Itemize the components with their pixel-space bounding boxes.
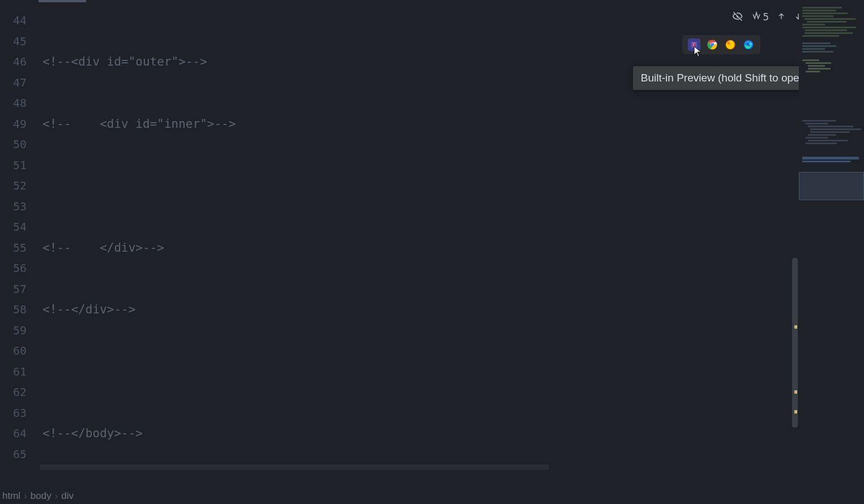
inspection-count[interactable]: 5	[751, 10, 769, 22]
builtin-preview-icon[interactable]	[688, 38, 700, 51]
chrome-icon[interactable]	[706, 38, 718, 51]
warning-marker[interactable]	[794, 325, 797, 329]
line-number: 55	[0, 238, 27, 259]
line-number: 53	[0, 196, 27, 217]
warning-marker[interactable]	[794, 410, 797, 413]
line-number: 63	[0, 403, 27, 424]
line-number: 60	[0, 341, 27, 361]
line-number: 56	[0, 258, 27, 279]
horizontal-scrollbar[interactable]	[40, 464, 549, 470]
line-number: 59	[0, 320, 27, 341]
line-number: 47	[0, 72, 27, 93]
eye-off-icon[interactable]	[732, 11, 743, 22]
comment: <!-- </div>-->	[42, 241, 164, 255]
comment: <!-- <div id="inner">-->	[42, 117, 236, 131]
arrow-up-icon[interactable]	[777, 12, 786, 21]
warning-marker[interactable]	[794, 390, 797, 394]
line-number: 65	[0, 444, 27, 465]
line-gutter: 44 45 46 47 48 49 50 51 52 53 54 55 56 5…	[0, 0, 37, 467]
minimap[interactable]	[799, 0, 864, 467]
line-number: 57	[0, 279, 27, 300]
vertical-scrollbar[interactable]	[792, 258, 798, 428]
breadcrumb-item[interactable]: html	[2, 490, 20, 502]
comment: <!--</div>-->	[42, 303, 135, 316]
line-number: 62	[0, 382, 27, 403]
chevron-right-icon: ›	[24, 490, 27, 502]
chevron-right-icon: ›	[55, 490, 58, 502]
breadcrumb[interactable]: html › body › div	[2, 488, 74, 504]
minimap-viewport[interactable]	[799, 172, 864, 200]
line-number: 44	[0, 10, 27, 31]
line-number: 49	[0, 114, 27, 135]
line-number: 46	[0, 51, 27, 72]
inspection-count-value: 5	[763, 11, 769, 23]
line-number: 61	[0, 361, 27, 382]
line-number: 50	[0, 134, 27, 155]
line-number: 48	[0, 93, 27, 114]
line-number: 45	[0, 31, 27, 52]
line-number: 52	[0, 175, 27, 196]
firefox-icon[interactable]	[724, 38, 737, 51]
comment: <!--</body>-->	[42, 427, 143, 440]
inspection-toolbar: 5	[732, 10, 803, 22]
breadcrumb-item[interactable]: body	[31, 490, 52, 502]
line-number: 54	[0, 217, 27, 238]
line-number: 58	[0, 299, 27, 320]
breadcrumb-item[interactable]: div	[61, 490, 74, 502]
line-number: 51	[0, 155, 27, 176]
browser-preview-panel	[682, 35, 760, 54]
comment: <!--<div id="outer">-->	[42, 55, 207, 68]
line-number: 64	[0, 423, 27, 444]
edge-icon[interactable]	[742, 38, 755, 51]
